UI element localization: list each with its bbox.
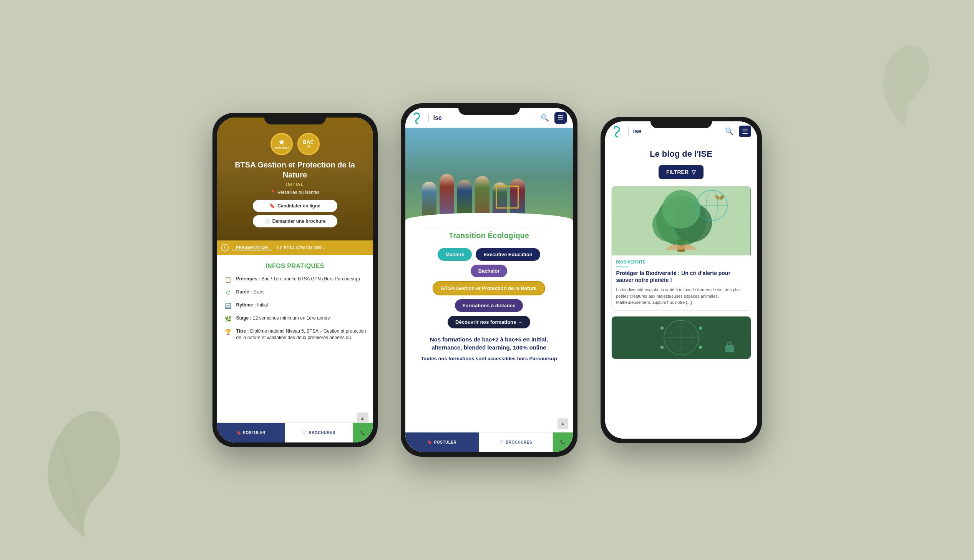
phone1-brochures-label: BROCHURES [309,430,335,435]
titre-label: Titre : [236,328,250,334]
phone1-body: INFOS PRATIQUES 📋 Prérequis : Bac / 1ère… [217,255,373,353]
phone-3: ise 🔍 ☰ Le blog de l'ISE FILTRER ▽ [600,117,762,443]
phone3-notch [650,117,712,128]
pill-bachelor[interactable]: Bachelor [471,265,507,277]
phone2-call-icon: 📞 [560,440,565,444]
phone-2: ise 🔍 ☰ [401,103,577,457]
phone1-badge-niveau: BAC +2 [297,133,320,155]
card2-image [612,317,751,359]
phone2-nav-icons: 🔍 ☰ [540,112,567,124]
phone2-call-button[interactable]: 📞 [553,432,573,452]
pill-row-1: Mastère Executive Education [438,248,540,261]
phone2-main: L'école des nouveaux métiers de la Trans… [405,128,573,432]
svg-point-15 [699,327,702,330]
phone1-tab-presentation[interactable]: PRÉSENTATION [232,245,273,250]
phone1-subtitle: INITIAL [286,182,304,187]
badge2-text: BAC [303,140,314,145]
phone3-nav-icons: 🔍 ☰ [725,126,751,137]
phone1-info-prerequis: 📋 Prérequis : Bac / 1ère année BTSA GPN … [224,276,366,284]
phone1-candidater-button[interactable]: 🔖 Candidater en ligne [253,200,337,212]
menu-icon[interactable]: ☰ [554,112,567,124]
filter-label: FILTRER [666,169,689,175]
pill-mastere[interactable]: Mastère [438,248,472,261]
brochures2-icon: 📄 [499,440,504,444]
ise-logo-icon [412,112,424,124]
logo-divider [429,114,429,122]
phone1-content: TITRE RNCP BAC +2 BTSA Gestion et Protec… [217,118,373,442]
bookmark-icon: 🔖 [269,203,275,208]
pill-executive[interactable]: Executive Education [476,248,540,261]
card1-tree-svg [612,186,751,255]
phone1-call-button[interactable]: 📞 [353,423,373,442]
phone1-location: 📍 Versailles ou Nantes [270,190,319,195]
rythme-label: Rythme : [236,302,257,308]
rythme-icon: 🔄 [224,302,232,310]
svg-point-17 [699,346,702,349]
phone2-pills: Mastère Executive Education Bachelor BTS… [415,248,564,328]
leaf-decoration-right [866,38,943,135]
phone1-candidater-label: Candidater en ligne [277,203,320,208]
phone1-info-stage: 🌿 Stage : 12 semaines minimum en 1ère an… [224,315,366,323]
phone2-subdescription: Toutes nos formations sont accessibles h… [415,355,564,362]
phone1-brochures-button[interactable]: 📄 BROCHURES [285,423,353,442]
search-icon[interactable]: 🔍 [540,114,549,122]
ise-logo-icon-3 [611,125,624,138]
card2-svg [612,317,751,359]
phone-1: TITRE RNCP BAC +2 BTSA Gestion et Protec… [212,113,378,447]
person2 [440,174,454,216]
phone1-brochure-button[interactable]: 📄 Demander une brochure [253,215,337,227]
prerequis-icon: 📋 [224,276,232,284]
card1-divider [616,267,628,267]
phone1-brochure-label: Demander une brochure [272,218,326,224]
svg-point-5 [662,190,700,228]
duree-value: 2 ans [253,289,264,295]
svg-point-16 [660,346,664,349]
card1-text: La biodiversité englobe la variété infin… [616,287,746,306]
logo3-divider [628,127,629,136]
phone2-content: ise 🔍 ☰ [405,108,573,452]
card1-tag: BIODIVERSITÉ [616,260,746,264]
phone2-brochures-button[interactable]: 📄 BROCHURES [479,432,553,452]
card1-title: Protéger la Biodiversité : Un cri d'aler… [616,270,746,283]
person3 [457,180,472,216]
phone1-tabs: ℹ PRÉSENTATION LE BTSA GPN EN VIDI... [217,240,373,255]
badge2-plus: +2 [306,145,310,148]
stage-label: Stage : [236,315,253,321]
phone3-logo: ise [611,125,642,138]
pill-btsa[interactable]: BTSA Gestion et Protection de la Nature [433,281,545,295]
filter-icon: ▽ [692,169,696,175]
phone1-section-title: INFOS PRATIQUES [224,263,366,270]
phone3-content: ise 🔍 ☰ Le blog de l'ISE FILTRER ▽ [605,122,757,438]
phone1-tab-video[interactable]: LE BTSA GPN EN VIDI... [272,246,330,250]
svg-rect-18 [725,345,734,352]
phone3-page-title: Le blog de l'ISE [611,149,751,159]
phone1-info-duree: ⏱ Durée : 2 ans [224,289,366,297]
phone1-info-icon[interactable]: ℹ [221,244,228,252]
phone1-info-titre: 🏆 Titre : Diplôme national Niveau 5, BTS… [224,328,366,341]
phone3-filter-button[interactable]: FILTRER ▽ [659,165,704,179]
brochures-icon: 📄 [302,430,307,435]
card1-image [612,186,751,255]
phone1-info-rythme: 🔄 Rythme : Initial [224,302,366,310]
phone2-hero-image [405,128,573,228]
location-pin-icon: 📍 [270,190,276,195]
postuler2-icon: 🔖 [427,440,432,444]
search3-icon[interactable]: 🔍 [725,127,734,136]
phone1-badges: TITRE RNCP BAC +2 [270,133,320,155]
person4 [475,176,489,216]
phone2-logo-text: ise [434,115,442,122]
phone2-scroll-up[interactable]: ▲ [557,418,568,429]
pill-formations-distance[interactable]: Formations à distance [455,299,523,312]
pill-row-5: Découvrir nos formations → [448,316,530,328]
pill-decouvrir[interactable]: Découvrir nos formations → [448,316,530,328]
phone2-bottom-bar: 🔖 POSTULER 📄 BROCHURES 📞 [405,432,573,452]
phone2-wave [405,213,573,228]
svg-point-14 [660,327,664,330]
phone3-logo-text: ise [633,128,642,135]
prerequis-value: Bac / 1ère année BTSA GPN (Hors Parcours… [262,276,360,282]
phone1-postuler-button[interactable]: 🔖 POSTULER [217,423,285,442]
phone2-postuler-button[interactable]: 🔖 POSTULER [405,432,479,452]
phone1-badge-titre: TITRE RNCP [270,133,293,155]
pill-row-4: Formations à distance [455,299,523,312]
menu3-icon[interactable]: ☰ [739,126,751,137]
